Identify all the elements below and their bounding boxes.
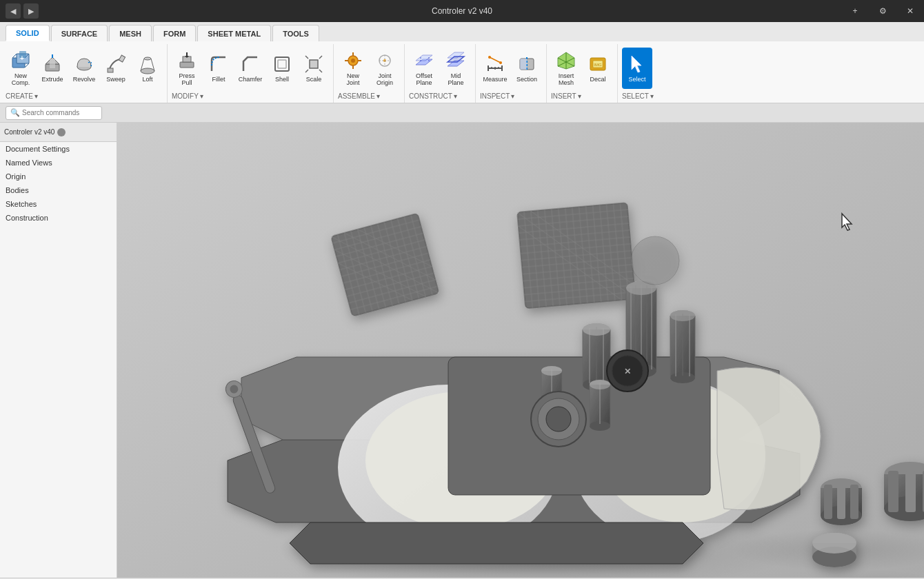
tab-mesh[interactable]: MESH (109, 25, 152, 41)
sidebar-item-sketches[interactable]: Sketches (0, 197, 117, 211)
search-input[interactable] (22, 109, 97, 116)
chamfer-button[interactable]: Chamfer (235, 48, 265, 89)
section-button[interactable]: Section (512, 48, 542, 89)
svg-line-4 (25, 63, 29, 68)
press-pull-icon (176, 50, 198, 72)
ribbon-group-assemble: NewJoint JointOrigin ASSEMBLE ▾ (335, 44, 405, 103)
select-icon (626, 53, 648, 75)
construct-label[interactable]: CONSTRUCT ▾ (409, 92, 471, 101)
sidebar-item-origin[interactable]: Origin (0, 170, 117, 183)
svg-rect-194 (824, 485, 832, 519)
settings-button[interactable]: ⚙ (869, 0, 896, 22)
loft-icon (137, 53, 159, 75)
joint-origin-button[interactable]: JointOrigin (370, 48, 400, 89)
new-component-button[interactable]: + NewComp. (6, 48, 36, 89)
nav-forward-button[interactable]: ▶ (23, 3, 39, 19)
shell-button[interactable]: Shell (267, 48, 297, 89)
sidebar-item-document-settings[interactable]: Document Settings (0, 142, 117, 156)
extrude-button[interactable]: Extrude (37, 48, 68, 89)
main-area: Controler v2 v40 Document Settings Named… (0, 123, 924, 578)
tab-form[interactable]: FORM (153, 25, 196, 41)
extrude-label: Extrude (41, 77, 63, 83)
ribbon-group-inspect: Measure Section INSPECT ▾ (477, 44, 547, 103)
svg-rect-23 (278, 60, 286, 68)
scale-label: Scale (306, 77, 322, 83)
viewport[interactable]: ✕ (117, 123, 924, 578)
svg-text:✕: ✕ (624, 367, 631, 376)
select-label: Select (628, 77, 645, 83)
insert-label[interactable]: INSERT ▾ (551, 92, 613, 101)
ribbon-group-select: Select SELECT ▾ (619, 44, 658, 103)
svg-rect-196 (850, 485, 858, 519)
ribbon-group-insert: InsertMesh IMG Decal INSERT ▾ (548, 44, 618, 103)
svg-point-157 (670, 310, 695, 321)
sidebar-item-bodies[interactable]: Bodies (0, 183, 117, 197)
tab-solid[interactable]: SOLID (6, 25, 50, 41)
fillet-label: Fillet (212, 77, 225, 83)
fillet-button[interactable]: Fillet (203, 48, 234, 89)
svg-marker-65 (632, 56, 641, 72)
section-icon (516, 53, 538, 75)
sidebar-item-named-views[interactable]: Named Views (0, 156, 117, 170)
press-pull-button[interactable]: PressPull (172, 48, 202, 89)
select-label-group[interactable]: SELECT ▾ (622, 92, 654, 101)
tab-sheet-metal[interactable]: SHEET METAL (197, 25, 271, 41)
assemble-buttons: NewJoint JointOrigin (338, 45, 400, 92)
svg-line-27 (305, 70, 308, 72)
svg-line-2 (12, 54, 17, 58)
3d-render: ✕ (117, 123, 924, 578)
fillet-icon (208, 53, 230, 75)
new-joint-button[interactable]: NewJoint (338, 48, 368, 89)
ribbon: + NewComp. Extrude (0, 41, 924, 103)
svg-rect-195 (837, 485, 845, 519)
select-button[interactable]: Select (622, 48, 652, 89)
insert-mesh-button[interactable]: InsertMesh (551, 48, 581, 89)
create-label[interactable]: CREATE ▾ (6, 92, 163, 101)
scale-button[interactable]: Scale (299, 48, 329, 89)
assemble-label[interactable]: ASSEMBLE ▾ (338, 92, 400, 101)
svg-point-166 (583, 323, 610, 336)
measure-button[interactable]: Measure (480, 48, 510, 89)
midplane-button[interactable]: MidPlane (441, 48, 471, 89)
inspect-dropdown-icon: ▾ (511, 92, 514, 100)
nav-back-button[interactable]: ◀ (6, 3, 21, 19)
tab-tools[interactable]: TOOLS (272, 25, 319, 41)
create-dropdown-icon: ▾ (34, 92, 38, 100)
svg-point-53 (488, 56, 491, 59)
offset-plane-button[interactable]: OffsetPlane (409, 48, 439, 89)
sidebar-item-construction[interactable]: Construction (0, 211, 117, 225)
shell-icon (271, 53, 293, 75)
search-icon: 🔍 (10, 108, 20, 117)
window-controls: + ⚙ ✕ (841, 0, 924, 22)
svg-rect-12 (108, 68, 113, 72)
svg-point-186 (546, 407, 571, 431)
sidebar-project-name: Controler v2 v40 (4, 128, 54, 136)
svg-point-30 (351, 59, 355, 63)
tab-surface[interactable]: SURFACE (51, 25, 108, 41)
svg-line-26 (319, 56, 322, 59)
new-tab-button[interactable]: + (841, 0, 869, 22)
close-button[interactable]: ✕ (896, 0, 924, 22)
loft-label: Loft (142, 77, 152, 83)
svg-rect-18 (180, 62, 194, 68)
sweep-button[interactable]: Sweep (101, 48, 131, 89)
svg-point-14 (141, 68, 154, 74)
inspect-label[interactable]: INSPECT ▾ (480, 92, 542, 101)
decal-icon: IMG (587, 53, 609, 75)
svg-marker-76 (290, 522, 703, 564)
extrude-icon (41, 53, 63, 75)
loft-button[interactable]: Loft (132, 48, 163, 89)
revolve-button[interactable]: Revolve (69, 48, 99, 89)
modify-buttons: PressPull Fillet Chamfer (172, 45, 329, 92)
select-dropdown-icon: ▾ (650, 92, 654, 100)
section-label: Section (516, 77, 537, 83)
modify-dropdown-icon: ▾ (200, 92, 203, 100)
ribbon-group-create: + NewComp. Extrude (3, 44, 168, 103)
svg-rect-9 (50, 59, 55, 68)
window-title: Controler v2 v40 (432, 6, 492, 16)
midplane-label: MidPlane (448, 73, 463, 87)
sweep-icon (105, 53, 127, 75)
modify-label[interactable]: MODIFY ▾ (172, 92, 329, 101)
svg-rect-201 (905, 471, 916, 512)
decal-button[interactable]: IMG Decal (583, 48, 613, 89)
